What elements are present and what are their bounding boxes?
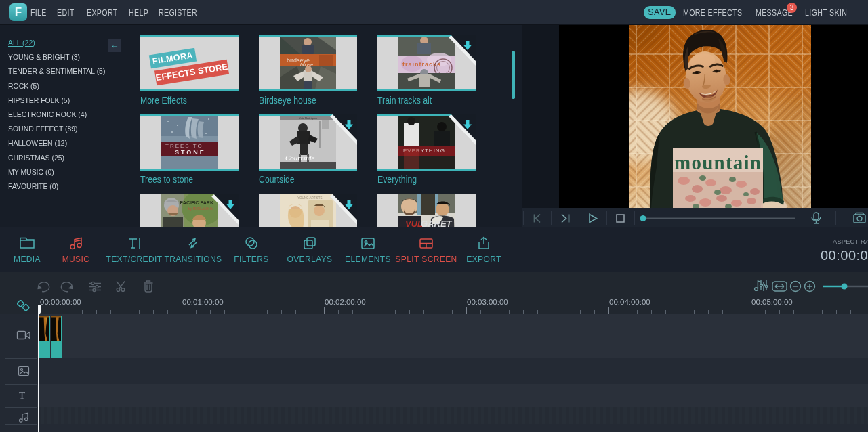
svg-text:PACIFIC PARK: PACIFIC PARK	[180, 200, 214, 206]
svg-text:Yuta Rodriguez: Yuta Rodriguez	[299, 116, 317, 120]
svg-text:Courtside: Courtside	[285, 154, 315, 162]
svg-text:YOUNG ARTISTS: YOUNG ARTISTS	[297, 196, 322, 200]
svg-text:mountain: mountain	[674, 152, 761, 173]
svg-text:by RUSLAN KIM: by RUSLAN KIM	[188, 207, 213, 211]
svg-text:GARET: GARET	[421, 219, 453, 227]
svg-text:TREES TO: TREES TO	[165, 143, 203, 149]
svg-text:STONE: STONE	[175, 149, 206, 156]
